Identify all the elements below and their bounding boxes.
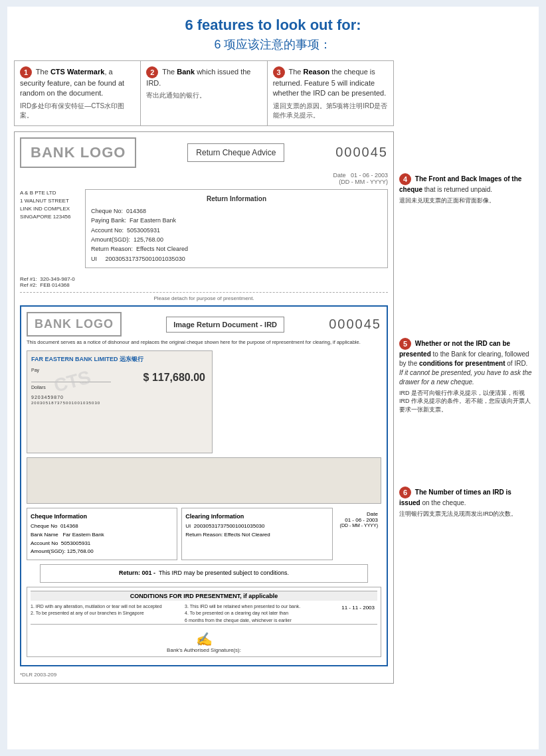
- cond-4: 4. To be presented on a clearing day not…: [185, 610, 332, 617]
- feature-text-1: The CTS Watermark, a security feature, c…: [20, 68, 124, 97]
- disclaimer-text: This document serves as a notice of dish…: [27, 339, 381, 346]
- right-feature-4: 4 The Front and Back Images of the chequ…: [399, 173, 532, 205]
- address-returninfo-row: A & B PTE LTD 1 WALNUT STREET LINK IND C…: [20, 189, 388, 272]
- cheque-info-box: Cheque Information Cheque No 014368 Bank…: [27, 508, 177, 561]
- ui-label: UI: [91, 256, 97, 262]
- footer-note: *DLR 2003-209: [20, 672, 388, 678]
- feature-num-2: 2: [146, 66, 158, 78]
- feature-box-3: 3 The Reason the cheque is returned. Fea…: [268, 61, 393, 125]
- return-info-box: Return Information Cheque No: 014368 Pay…: [85, 189, 388, 268]
- doc-number-top: 000045: [335, 145, 388, 160]
- cheque-amount-big: $ 117,680.00: [143, 372, 205, 384]
- cheque-no-value: 014368: [126, 208, 146, 214]
- feature-cn-1: IRD多处印有保安特征—CTS水印图案。: [20, 102, 135, 120]
- ui-row: UI 200305317375001001035030: [91, 254, 382, 264]
- feature-cn-3: 退回支票的原因。第5项将注明IRD是否能作承兑提示。: [273, 102, 388, 120]
- right-feature-6: 6 The Number of times an IRD is issued o…: [399, 487, 532, 518]
- ird-header2: BANK LOGO Image Return Document - IRD 00…: [27, 312, 381, 337]
- cond-2: 2. To be presented at any of our branche…: [31, 610, 178, 617]
- feature-num-5: 5: [399, 338, 411, 350]
- ci-no: Cheque No 014368: [31, 522, 173, 531]
- date-info-value: 01 - 06 - 2003: [340, 517, 378, 523]
- return-reason-row: Return Reason: Effects Not Cleared: [91, 244, 382, 254]
- detach-line: Please detach for purpose of presentment…: [20, 292, 388, 301]
- date-value: 01 - 06 - 2003: [351, 172, 388, 179]
- main-title-en: 6 features to look out for:: [14, 17, 532, 34]
- cheque-bank-name: FAR EASTERN BANK LIMITED 远东银行: [31, 355, 208, 364]
- cond-3: 3. This IRD will be retained when presen…: [185, 603, 332, 611]
- ui-value: 200305317375001001035030: [106, 256, 185, 262]
- right-spacer-mid: [399, 212, 532, 338]
- ref1-label: Ref #1:: [20, 276, 37, 282]
- date-format: (DD - MM - YYYY): [339, 179, 388, 185]
- cheque-barcode2: 200305187375001001035030: [31, 401, 208, 405]
- cli-ui: UI 200305317375001001035030: [185, 522, 328, 531]
- date-label: Date: [333, 172, 345, 179]
- cond-5: 6 months from the cheque date, whichever…: [185, 617, 332, 625]
- ird-section: BANK LOGO Image Return Document - IRD 00…: [20, 305, 388, 666]
- date-box: Date 01 - 06 - 2003 (DD - MM - YYYY): [337, 508, 381, 561]
- address-block: A & B PTE LTD 1 WALNUT STREET LINK IND C…: [20, 189, 80, 269]
- conditions-col1: 1. IRD with any alteration, mutilation o…: [31, 603, 178, 625]
- presentment-bold: Return: 001 -: [119, 569, 155, 576]
- ref2-row: Ref #2: FEB 014368: [20, 282, 388, 288]
- rca-box: Return Cheque Advice: [187, 143, 284, 162]
- feature-box-2: 2 The Bank which issued the IRD. 寄出此通知的银…: [141, 61, 267, 125]
- ref2-label: Ref #2:: [20, 282, 37, 288]
- ci-bank: Bank Name Far Eastern Bank: [31, 531, 173, 540]
- account-no-row: Account No: 5053005931: [91, 226, 382, 235]
- return-reason-label: Return Reason:: [91, 246, 133, 252]
- conditions-section: CONDITIONS FOR IRD PRESENTMENT, if appli…: [27, 587, 381, 658]
- date-line: Date 01 - 06 - 2003 (DD - MM - YYYY): [20, 172, 388, 185]
- address-line1: A & B PTE LTD: [20, 189, 80, 197]
- ci-amount: Amount(SGD): 125,768.00: [31, 548, 173, 556]
- cheque-front-image: CTS FAR EASTERN BANK LIMITED 远东银行 Pay Do…: [27, 350, 213, 453]
- feature-text-2: The Bank which issued the IRD.: [146, 68, 250, 87]
- main-title-cn: 6 项应该注意的事项：: [14, 37, 532, 52]
- feature4-cn: 退回未兑现支票的正面和背面影像。: [399, 196, 532, 205]
- cheque-no-label: Cheque No:: [91, 208, 123, 214]
- feature-text-3: The Reason the cheque is returned. Featu…: [273, 68, 387, 97]
- address-line2: 1 WALNUT STREET: [20, 197, 80, 205]
- account-no-value: 5053005931: [127, 227, 160, 234]
- feature-num-6: 6: [399, 487, 411, 498]
- feature5-cn: IRD 是否可向银行作承兑提示，以便清算，衔视IRD 作承兑提示的条件。若不能，…: [399, 389, 532, 414]
- left-panel: 1 The CTS Watermark, a security feature,…: [14, 60, 394, 688]
- bank-logo-ird: BANK LOGO: [27, 312, 122, 337]
- ref-block: Ref #1: 320-349-987-0 Ref #2: FEB 014368: [20, 276, 388, 288]
- sig-scribble: ✍: [196, 631, 213, 647]
- features-top-row: 1 The CTS Watermark, a security feature,…: [14, 60, 394, 126]
- ird-number: 000045: [329, 317, 381, 332]
- right-spacer-top: [399, 60, 532, 173]
- page: 6 features to look out for: 6 项应该注意的事项： …: [7, 7, 539, 749]
- address-line4: SINGAPORE 123456: [20, 213, 80, 221]
- conditions-title: CONDITIONS FOR IRD PRESENTMENT, if appli…: [31, 591, 377, 601]
- feature5-text: Whether or not the IRD can be presented …: [399, 339, 532, 385]
- conditions-columns: 1. IRD with any alteration, mutilation o…: [31, 603, 377, 625]
- ref1-value: 320-349-987-0: [40, 276, 74, 282]
- address-line3: LINK IND COMPLEX: [20, 205, 80, 213]
- amount-value: 125,768.00: [134, 236, 163, 243]
- feature6-cn: 注明银行因支票无法兑现而发出IRD的次数。: [399, 510, 532, 518]
- ird-header: BANK LOGO Return Cheque Advice 000045: [20, 137, 388, 168]
- right-feature-5: 5 Whether or not the IRD can be presente…: [399, 338, 532, 414]
- date-info-format: (DD - MM - YYYY): [340, 523, 378, 528]
- amount-row: Amount(SGD): 125,768.00: [91, 235, 382, 244]
- paying-bank-label: Paying Bank:: [91, 217, 126, 224]
- ird-title: Image Return Document - IRD: [166, 317, 284, 333]
- presentment-box: Return: 001 - This IRD may be presented …: [40, 564, 368, 583]
- feature-num-1: 1: [20, 66, 32, 78]
- amount-label: Amount(SGD):: [91, 236, 130, 243]
- cheque-back-image: [27, 457, 381, 504]
- presentment-text: This IRD may be presented subject to con…: [159, 569, 289, 576]
- conditions-col2: 3. This IRD will be retained when presen…: [185, 603, 332, 625]
- ird-outer-document: BANK LOGO Return Cheque Advice 000045 Da…: [14, 131, 394, 684]
- signature-label: Bank's Authorised Signature(s):: [31, 647, 377, 653]
- ref2-value: FEB 014368: [40, 282, 69, 288]
- ref1-row: Ref #1: 320-349-987-0: [20, 276, 388, 282]
- return-reason-value: Effects Not Cleared: [136, 246, 188, 252]
- cond-1: 1. IRD with any alteration, mutilation o…: [31, 603, 178, 611]
- sig-line: ✍: [31, 627, 377, 647]
- feature-num-3: 3: [273, 66, 285, 78]
- cheque-no-row: Cheque No: 014368: [91, 206, 382, 216]
